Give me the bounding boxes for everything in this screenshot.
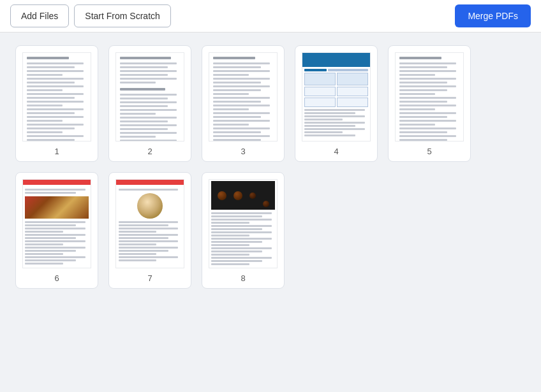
page-number-6: 6 [54, 273, 59, 283]
page-number-3: 3 [241, 147, 245, 156]
page-card-4[interactable]: 4 [295, 45, 378, 162]
page-card-7[interactable]: 7 [108, 172, 191, 289]
pages-grid: 1 [0, 33, 541, 301]
dark-circle-3 [249, 192, 256, 199]
page-number-1: 1 [54, 147, 59, 156]
page-card-3[interactable]: 3 [202, 45, 285, 162]
page-number-5: 5 [427, 147, 431, 156]
page-thumbnail-5 [395, 52, 464, 142]
page-number-2: 2 [147, 147, 152, 156]
page-thumbnail-4 [302, 52, 371, 142]
page-thumbnail-8 [209, 179, 278, 268]
page-card-5[interactable]: 5 [388, 45, 471, 162]
page-thumbnail-6 [22, 179, 91, 268]
page-card-6[interactable]: 6 [15, 172, 98, 289]
page-number-4: 4 [334, 147, 338, 156]
page-card-8[interactable]: 8 [202, 172, 285, 289]
page-number-7: 7 [147, 273, 152, 283]
page-thumbnail-3 [209, 52, 278, 142]
page-thumbnail-1 [22, 52, 91, 142]
merge-pdfs-button[interactable]: Merge PDFs [455, 4, 531, 27]
page-card-1[interactable]: 1 [15, 45, 98, 162]
page-number-8: 8 [241, 273, 245, 283]
page-thumbnail-2 [115, 52, 184, 142]
page-card-2[interactable]: 2 [108, 45, 191, 162]
toolbar: Add Files Start From Scratch Merge PDFs [0, 0, 541, 33]
start-from-scratch-button[interactable]: Start From Scratch [74, 4, 170, 27]
dark-circle-2 [233, 191, 242, 200]
add-files-button[interactable]: Add Files [10, 4, 69, 27]
page-thumbnail-7 [115, 179, 184, 268]
dark-circle-1 [218, 191, 226, 200]
dark-circle-4 [263, 201, 269, 207]
